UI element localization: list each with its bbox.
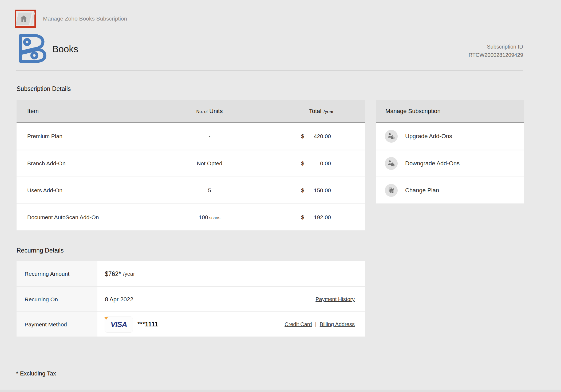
zoho-books-logo-icon [16, 33, 48, 64]
manage-subscription-item-downgrade-add-ons[interactable]: Downgrade Add-Ons [376, 150, 524, 177]
recurring-on-row: Recurring On 8 Apr 2022 Payment History [17, 286, 365, 311]
subscription-id-label: Subscription ID [469, 43, 523, 51]
manage-subscription-item-upgrade-add-ons[interactable]: Upgrade Add-Ons [376, 123, 524, 150]
home-breadcrumb[interactable] [16, 13, 32, 25]
amount-value: 420.00 [314, 133, 331, 139]
total-cell: $150.00 [269, 187, 365, 194]
manage-subscription-panel: Manage Subscription Upgrade Add-OnsDowng… [376, 100, 524, 203]
change-plan-icon [385, 184, 398, 197]
total-cell: $0.00 [269, 160, 365, 167]
total-cell: $420.00 [269, 133, 365, 139]
panel-item-label: Upgrade Add-Ons [405, 133, 452, 140]
recurring-amount-value: $762* [105, 270, 121, 278]
currency-symbol: $ [301, 160, 304, 167]
subscription-details-heading: Subscription Details [17, 85, 365, 93]
link-separator: | [315, 321, 317, 327]
currency-symbol: $ [301, 133, 304, 139]
billing-address-link[interactable]: Billing Address [320, 321, 355, 327]
payment-method-row: Payment Method VISA ***1111 Credit Card … [17, 311, 365, 337]
units-suffix: scans [209, 215, 220, 220]
recurring-on-value: 8 Apr 2022 [105, 296, 133, 303]
table-row: Document AutoScan Add-On100scans$192.00 [17, 203, 365, 230]
main-content: Subscription Details Item No. ofUnits To… [0, 71, 561, 337]
table-row: Branch Add-OnNot Opted$0.00 [17, 150, 365, 177]
column-header-total: Total /year [269, 108, 365, 115]
recurring-amount-row: Recurring Amount $762* /year [17, 261, 365, 286]
page-title: Books [52, 44, 78, 54]
table-row: Premium Plan-$420.00 [17, 123, 365, 150]
subscription-details-table: Item No. ofUnits Total /year Premium Pla… [17, 100, 365, 230]
visa-wedge-decoration [104, 317, 108, 320]
payment-method-label: Payment Method [17, 312, 97, 337]
brand: Books [16, 33, 78, 64]
item-cell: Users Add-On [17, 187, 150, 194]
breadcrumb: Manage Zoho Books Subscription [0, 0, 561, 28]
payment-history-link[interactable]: Payment History [315, 296, 355, 302]
amount-value: 192.00 [314, 214, 331, 221]
recurring-on-label: Recurring On [17, 287, 97, 311]
footer-strip [0, 390, 561, 392]
panel-item-label: Change Plan [405, 187, 439, 194]
home-breadcrumb-highlight [15, 10, 36, 28]
column-header-item: Item [17, 108, 150, 115]
table-row: Users Add-On5$150.00 [17, 177, 365, 203]
manage-subscription-page: Manage Zoho Books Subscription Books Sub… [0, 0, 561, 392]
units-cell: 100scans [150, 214, 269, 221]
visa-card-badge: VISA [105, 317, 133, 332]
units-cell: 5 [150, 187, 269, 194]
recurring-amount-label: Recurring Amount [17, 261, 97, 286]
subscription-id: Subscription ID RTCW2000281209429 [469, 43, 523, 59]
subscription-table-header: Item No. ofUnits Total /year [17, 100, 365, 123]
app-header: Books Subscription ID RTCW2000281209429 [0, 28, 561, 64]
credit-card-link[interactable]: Credit Card [285, 321, 312, 327]
currency-symbol: $ [301, 214, 304, 221]
units-cell: Not Opted [150, 160, 269, 167]
breadcrumb-label: Manage Zoho Books Subscription [43, 15, 127, 22]
amount-value: 0.00 [320, 160, 331, 167]
recurring-details-table: Recurring Amount $762* /year Recurring O… [17, 261, 365, 337]
units-cell: - [150, 133, 269, 139]
home-icon [20, 15, 27, 22]
item-cell: Branch Add-On [17, 160, 150, 167]
recurring-amount-suffix: /year [123, 271, 135, 277]
subscription-id-value: RTCW2000281209429 [469, 51, 523, 59]
manage-subscription-heading: Manage Subscription [376, 100, 524, 123]
excluding-tax-note: * Excluding Tax [0, 370, 561, 377]
total-cell: $192.00 [269, 214, 365, 221]
card-digits: ***1111 [137, 321, 158, 328]
item-cell: Document AutoScan Add-On [17, 214, 150, 221]
manage-subscription-item-change-plan[interactable]: Change Plan [376, 177, 524, 203]
upgrade-addons-icon [385, 130, 398, 143]
recurring-details-heading: Recurring Details [17, 246, 365, 254]
amount-value: 150.00 [314, 187, 331, 194]
item-cell: Premium Plan [17, 133, 150, 139]
currency-symbol: $ [301, 187, 304, 194]
panel-item-label: Downgrade Add-Ons [405, 160, 460, 167]
column-header-units: No. ofUnits [150, 108, 269, 115]
visa-logo-icon: VISA [110, 320, 127, 329]
downgrade-addons-icon [385, 157, 398, 170]
